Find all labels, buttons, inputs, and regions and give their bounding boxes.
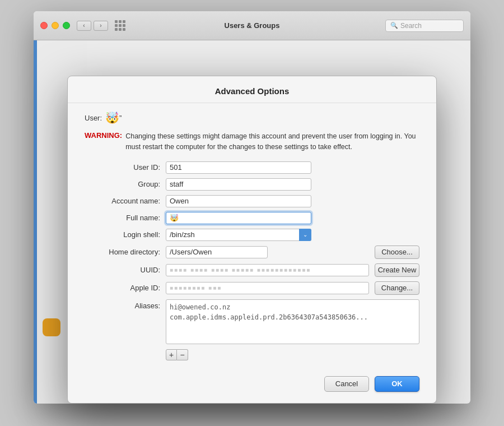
login-shell-row: Login shell: /bin/zsh /bin/bash /bin/sh … — [85, 229, 419, 241]
home-dir-label: Home directory: — [85, 248, 166, 256]
minimize-button[interactable] — [52, 22, 59, 29]
user-line: User: 🤯 ” — [85, 111, 419, 124]
user-field-label: User: — [85, 114, 102, 122]
user-id-row: User ID: — [85, 161, 419, 174]
create-new-button[interactable]: Create New — [375, 263, 419, 277]
remove-alias-button[interactable]: − — [177, 349, 188, 360]
titlebar: ‹ › Users & Groups 🔍 Search — [34, 11, 470, 40]
user-quote-close: ” — [119, 114, 122, 122]
traffic-lights — [40, 22, 70, 29]
home-dir-row: Home directory: Choose... — [85, 246, 419, 259]
advanced-options-dialog: Advanced Options User: 🤯 ” WARNING: Chan… — [67, 76, 437, 404]
maximize-button[interactable] — [63, 22, 70, 29]
aliases-buttons: + − — [166, 349, 419, 360]
window-title: Users & Groups — [225, 21, 280, 30]
aliases-textarea[interactable]: hi@owened.co.nz com.apple.idms.appleid.p… — [166, 299, 419, 344]
apple-id-label: Apple ID: — [85, 284, 166, 292]
group-label: Group: — [85, 180, 166, 188]
home-dir-input[interactable] — [166, 246, 268, 258]
group-row: Group: — [85, 178, 419, 191]
add-alias-button[interactable]: + — [166, 349, 177, 360]
uuid-label: UUID: — [85, 266, 166, 274]
close-button[interactable] — [40, 22, 48, 29]
sidebar-user-icon[interactable] — [43, 318, 60, 336]
login-shell-select[interactable]: /bin/zsh /bin/bash /bin/sh — [166, 229, 311, 241]
uuid-row: UUID: ■■■■ ■■■■ ■■■■ ■■■■■ ■■■■■■■■■■■■ … — [85, 263, 419, 277]
full-name-input[interactable] — [166, 212, 311, 224]
apple-id-input-area: ■■■■■■■■ ■■■ — [166, 282, 369, 294]
group-input[interactable] — [166, 178, 311, 191]
apple-id-row: Apple ID: ■■■■■■■■ ■■■ Change... — [85, 281, 419, 295]
user-emoji: 🤯 — [105, 111, 119, 124]
dialog-body: User: 🤯 ” WARNING: Changing these settin… — [68, 103, 436, 360]
dialog-footer: Cancel OK — [68, 365, 436, 392]
choose-button[interactable]: Choose... — [375, 246, 419, 259]
full-name-row: Full name: — [85, 212, 419, 224]
full-name-label: Full name: — [85, 214, 166, 222]
login-shell-label: Login shell: — [85, 230, 166, 239]
cancel-button[interactable]: Cancel — [324, 376, 369, 392]
ok-button[interactable]: OK — [375, 376, 419, 392]
apple-id-value: ■■■■■■■■ ■■■ — [166, 285, 225, 291]
aliases-label: Aliases: — [85, 302, 166, 310]
home-dir-input-area — [166, 246, 369, 258]
change-button[interactable]: Change... — [375, 281, 419, 295]
aliases-area: hi@owened.co.nz com.apple.idms.appleid.p… — [166, 299, 419, 360]
uuid-value: ■■■■ ■■■■ ■■■■ ■■■■■ ■■■■■■■■■■■■ — [166, 264, 314, 276]
warning-block: WARNING: Changing these settings might d… — [85, 131, 419, 152]
nav-buttons: ‹ › — [77, 21, 108, 31]
search-icon: 🔍 — [390, 22, 398, 29]
search-placeholder: Search — [400, 22, 422, 30]
account-name-label: Account name: — [85, 197, 166, 205]
search-box[interactable]: 🔍 Search — [385, 20, 464, 32]
grid-icon[interactable] — [115, 20, 125, 31]
login-shell-wrapper: /bin/zsh /bin/bash /bin/sh ⌄ — [166, 229, 311, 241]
aliases-row: Aliases: hi@owened.co.nz com.apple.idms.… — [85, 299, 419, 360]
account-name-input[interactable] — [166, 195, 311, 207]
warning-text: Changing these settings might damage thi… — [125, 131, 419, 152]
warning-label: WARNING: — [85, 131, 122, 152]
user-id-input[interactable] — [166, 161, 311, 174]
back-button[interactable]: ‹ — [77, 21, 91, 31]
uuid-input-area: ■■■■ ■■■■ ■■■■ ■■■■■ ■■■■■■■■■■■■ — [166, 264, 369, 276]
forward-button[interactable]: › — [94, 21, 108, 31]
dialog-title: Advanced Options — [68, 76, 436, 103]
user-id-label: User ID: — [85, 163, 166, 172]
account-name-row: Account name: — [85, 195, 419, 207]
